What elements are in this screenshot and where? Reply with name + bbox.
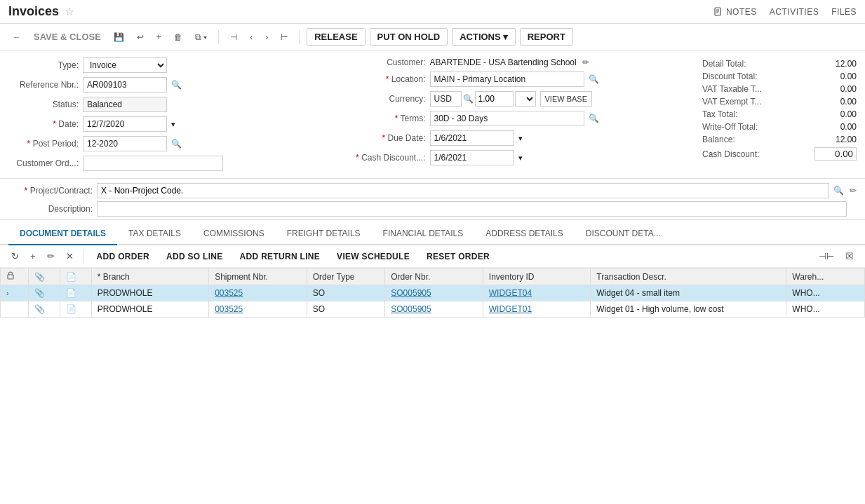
- inventory-link[interactable]: WIDGET04: [489, 288, 532, 298]
- save-icon-button[interactable]: 💾: [109, 29, 128, 45]
- reset-order-button[interactable]: RESET ORDER: [421, 250, 495, 263]
- last-button[interactable]: ⊢: [276, 29, 292, 45]
- delete-icon: 🗑: [174, 32, 182, 42]
- refresh-button[interactable]: ↻: [8, 250, 22, 263]
- activities-link[interactable]: ACTIVITIES: [770, 7, 819, 17]
- cash-discount-total-label: Cash Discount:: [702, 149, 759, 159]
- reference-search-icon[interactable]: 🔍: [171, 80, 182, 90]
- view-base-button[interactable]: VIEW BASE: [540, 91, 593, 107]
- due-date-input[interactable]: [430, 130, 514, 146]
- ordernbr-link[interactable]: SO005905: [391, 304, 431, 314]
- type-row: Type: Invoice: [8, 57, 347, 73]
- add-return-line-button[interactable]: ADD RETURN LINE: [234, 250, 326, 263]
- app-header-left: Invoices ☆: [8, 4, 74, 19]
- row-expand-cell[interactable]: ›: [1, 285, 29, 301]
- add-button[interactable]: +: [152, 29, 166, 45]
- date-input[interactable]: [83, 116, 167, 132]
- copy-button[interactable]: ⧉ ▾: [191, 29, 211, 45]
- customer-order-input[interactable]: [83, 156, 223, 171]
- next-button[interactable]: ›: [261, 29, 272, 45]
- row-attach-cell[interactable]: 📎: [29, 301, 60, 318]
- report-button[interactable]: REPORT: [520, 28, 573, 46]
- cash-discount-date-input[interactable]: [430, 150, 514, 165]
- shipment-link[interactable]: 003525: [215, 288, 243, 298]
- balance-row: Balance: 12.00: [702, 135, 857, 144]
- table-add-button[interactable]: +: [27, 250, 39, 263]
- currency-input[interactable]: [430, 91, 462, 107]
- customer-edit-icon[interactable]: ✏: [582, 57, 589, 67]
- type-label: Type:: [8, 60, 79, 70]
- project-label: Project/Contract:: [8, 186, 93, 196]
- toolbar: ← SAVE & CLOSE 💾 ↩ + 🗑 ⧉ ▾ ⊣ ‹ › ⊢ RELEA…: [0, 24, 865, 50]
- writeoff-value: 0.00: [814, 122, 857, 132]
- add-so-line-button[interactable]: ADD SO LINE: [161, 250, 229, 263]
- release-button[interactable]: RELEASE: [307, 28, 365, 46]
- table-edit-button[interactable]: ✏: [44, 250, 58, 263]
- actions-chevron-icon: ▾: [503, 32, 508, 42]
- export-button[interactable]: ☒: [843, 250, 857, 263]
- table-container: 📎 📄 * Branch Shipment Nbr. Order Type Or…: [0, 268, 865, 318]
- tab-commissions[interactable]: COMMISSIONS: [192, 223, 276, 245]
- col-warehouse-header: Wareh...: [786, 268, 865, 285]
- back-button[interactable]: ←: [8, 29, 25, 45]
- save-close-button[interactable]: SAVE & CLOSE: [29, 29, 105, 45]
- tab-financial-details[interactable]: FINANCIAL DETAILS: [372, 223, 475, 245]
- tab-discount-details[interactable]: DISCOUNT DETA...: [575, 223, 672, 245]
- doc-icon: 📄: [66, 272, 76, 282]
- row-attach-cell[interactable]: 📎: [29, 285, 60, 301]
- project-edit-icon[interactable]: ✏: [850, 186, 857, 196]
- prev-button[interactable]: ‹: [246, 29, 257, 45]
- tab-address-details[interactable]: ADDRESS DETAILS: [474, 223, 574, 245]
- actions-button[interactable]: ACTIONS ▾: [452, 28, 516, 46]
- status-value: Balanced: [83, 97, 167, 112]
- location-search-icon[interactable]: 🔍: [589, 74, 599, 84]
- type-select[interactable]: Invoice: [83, 57, 167, 73]
- date-dropdown-icon[interactable]: ▾: [171, 120, 175, 129]
- table-delete-button[interactable]: ✕: [63, 250, 76, 263]
- col-branch-header: * Branch: [91, 268, 208, 285]
- customer-order-label: Customer Ord...:: [8, 158, 79, 168]
- terms-input[interactable]: [430, 111, 584, 126]
- rate-select[interactable]: [515, 91, 536, 107]
- tab-document-details[interactable]: DOCUMENT DETAILS: [8, 223, 117, 245]
- ordernbr-link[interactable]: SO005905: [391, 288, 431, 298]
- cash-discount-dropdown-icon[interactable]: ▾: [518, 154, 523, 163]
- reference-input[interactable]: [83, 77, 167, 93]
- cash-discount-row: Cash Discount...: ▾: [356, 150, 695, 165]
- shipment-link[interactable]: 003525: [215, 304, 243, 314]
- currency-search-icon[interactable]: 🔍: [463, 94, 474, 104]
- tab-tax-details[interactable]: TAX DETAILS: [117, 223, 192, 245]
- tab-freight-details[interactable]: FREIGHT DETAILS: [276, 223, 372, 245]
- project-search-icon[interactable]: 🔍: [833, 186, 844, 196]
- row-doc-cell[interactable]: 📄: [60, 301, 92, 318]
- cash-discount-total-input[interactable]: [814, 147, 857, 161]
- terms-search-icon[interactable]: 🔍: [589, 114, 599, 123]
- inventory-link[interactable]: WIDGET01: [489, 304, 532, 314]
- attach-icon: 📎: [34, 288, 45, 298]
- balance-label: Balance:: [702, 135, 735, 144]
- rate-input[interactable]: [475, 91, 514, 107]
- location-input[interactable]: [430, 71, 584, 87]
- description-input[interactable]: [97, 201, 847, 217]
- post-period-input[interactable]: [83, 136, 167, 151]
- post-period-search-icon[interactable]: 🔍: [171, 139, 182, 149]
- favorite-icon[interactable]: ☆: [65, 5, 74, 18]
- project-section: Project/Contract: 🔍 ✏ Description:: [0, 179, 865, 220]
- save-disk-icon: 💾: [114, 32, 124, 42]
- put-on-hold-button[interactable]: PUT ON HOLD: [370, 28, 448, 46]
- table-row[interactable]: 📎 📄 PRODWHOLE 003525 SO SO005905 WIDGET0…: [1, 301, 865, 318]
- files-link[interactable]: FILES: [831, 7, 857, 17]
- delete-button[interactable]: 🗑: [170, 29, 187, 45]
- discount-total-label: Discount Total:: [702, 71, 758, 81]
- lock-icon: [6, 271, 15, 280]
- row-doc-cell[interactable]: 📄: [60, 285, 92, 301]
- first-button[interactable]: ⊣: [226, 29, 241, 45]
- table-row[interactable]: › 📎 📄 PRODWHOLE 003525 SO SO005905 WIDGE…: [1, 285, 865, 301]
- project-input[interactable]: [97, 183, 829, 198]
- view-schedule-button[interactable]: VIEW SCHEDULE: [331, 250, 415, 263]
- fit-columns-button[interactable]: ⊣⊢: [816, 250, 837, 263]
- undo-button[interactable]: ↩: [133, 29, 148, 45]
- notes-link[interactable]: NOTES: [713, 7, 757, 17]
- add-order-button[interactable]: ADD ORDER: [91, 250, 155, 263]
- due-date-dropdown-icon[interactable]: ▾: [518, 134, 523, 143]
